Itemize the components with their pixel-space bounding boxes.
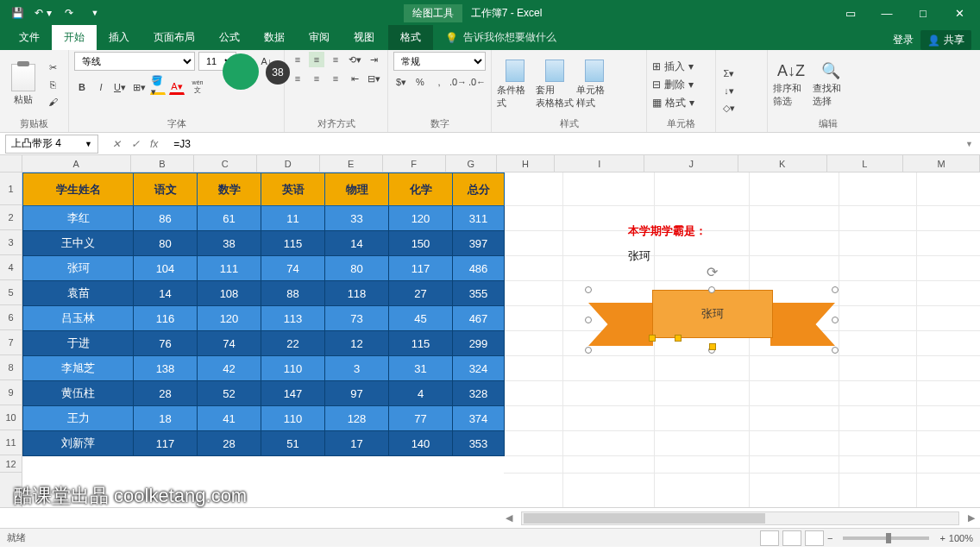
increase-decimal-icon[interactable]: .0→ — [450, 74, 466, 90]
tab-home[interactable]: 开始 — [52, 25, 97, 50]
save-icon[interactable]: 💾 — [7, 3, 28, 23]
formula-bar[interactable]: =J3 — [166, 136, 958, 152]
table-cell[interactable]: 3 — [325, 356, 389, 381]
column-header[interactable]: I — [555, 155, 645, 172]
merge-icon[interactable]: ⊟▾ — [366, 71, 381, 86]
table-cell[interactable]: 74 — [198, 331, 261, 356]
cell-styles-button[interactable]: 单元格样式 — [576, 52, 612, 117]
table-header[interactable]: 学生姓名 — [23, 173, 134, 206]
rotate-handle-icon[interactable]: ⟳ — [707, 264, 718, 280]
table-cell[interactable]: 73 — [325, 306, 389, 331]
ribbon-shape[interactable]: ⟳ 张珂 — [588, 290, 835, 350]
table-cell[interactable]: 28 — [198, 431, 261, 456]
table-cell[interactable]: 吕玉林 — [23, 306, 134, 331]
table-format-button[interactable]: 套用 表格格式 — [537, 52, 573, 117]
tab-formulas[interactable]: 公式 — [207, 25, 252, 50]
table-cell[interactable]: 397 — [453, 231, 505, 256]
table-cell[interactable]: 110 — [261, 406, 325, 431]
align-left-icon[interactable]: ≡ — [290, 71, 305, 86]
row-header[interactable]: 1 — [0, 172, 22, 205]
table-header[interactable]: 总分 — [453, 173, 505, 206]
column-header[interactable]: K — [738, 155, 827, 172]
column-header[interactable]: D — [257, 155, 320, 172]
qat-customize-icon[interactable]: ▼ — [85, 3, 105, 23]
table-cell[interactable]: 147 — [261, 381, 325, 406]
table-header[interactable]: 物理 — [325, 173, 389, 206]
table-cell[interactable]: 31 — [389, 356, 453, 381]
row-header[interactable]: 8 — [0, 355, 22, 380]
tell-me-box[interactable]: 💡 告诉我你想要做什么 — [433, 25, 884, 50]
align-center-icon[interactable]: ≡ — [309, 71, 324, 86]
table-cell[interactable]: 于进 — [23, 331, 134, 356]
hscroll-left-icon[interactable]: ◀ — [500, 512, 518, 524]
table-cell[interactable]: 311 — [453, 206, 505, 231]
table-cell[interactable]: 328 — [453, 381, 505, 406]
table-cell[interactable]: 38 — [198, 231, 261, 256]
format-cell-button[interactable]: ▦ 格式 ▾ — [652, 96, 694, 110]
table-header[interactable]: 英语 — [261, 173, 325, 206]
number-format-select[interactable]: 常规 — [393, 52, 486, 71]
table-cell[interactable]: 117 — [134, 431, 198, 456]
table-header[interactable]: 数学 — [198, 173, 261, 206]
column-header[interactable]: M — [903, 155, 980, 172]
minimize-icon[interactable]: — — [870, 1, 904, 25]
column-header[interactable]: J — [644, 155, 738, 172]
percent-icon[interactable]: % — [412, 74, 428, 90]
table-cell[interactable]: 27 — [389, 281, 453, 306]
tab-page-layout[interactable]: 页面布局 — [141, 25, 207, 50]
align-right-icon[interactable]: ≡ — [328, 71, 343, 86]
table-cell[interactable]: 74 — [261, 256, 325, 281]
table-cell[interactable]: 14 — [134, 281, 198, 306]
border-icon[interactable]: ⊞▾ — [131, 79, 147, 95]
row-header[interactable]: 9 — [0, 380, 22, 405]
table-cell[interactable]: 52 — [198, 381, 261, 406]
tab-file[interactable]: 文件 — [7, 25, 52, 50]
table-cell[interactable]: 110 — [261, 356, 325, 381]
table-cell[interactable]: 王中义 — [23, 231, 134, 256]
table-cell[interactable]: 41 — [198, 406, 261, 431]
shape-text[interactable]: 张珂 — [652, 290, 773, 338]
find-select-button[interactable]: 🔍查找和选择 — [813, 52, 849, 117]
table-header[interactable]: 语文 — [134, 173, 198, 206]
row-header[interactable]: 2 — [0, 205, 22, 230]
tab-view[interactable]: 视图 — [342, 25, 386, 50]
column-header[interactable]: A — [22, 155, 131, 172]
orientation-icon[interactable]: ⟲▾ — [347, 52, 362, 67]
maximize-icon[interactable]: □ — [906, 1, 940, 25]
table-cell[interactable]: 299 — [453, 331, 505, 356]
table-cell[interactable]: 353 — [453, 431, 505, 456]
table-cell[interactable]: 80 — [325, 256, 389, 281]
row-header[interactable]: 3 — [0, 230, 22, 255]
table-cell[interactable]: 45 — [389, 306, 453, 331]
tab-review[interactable]: 审阅 — [297, 25, 342, 50]
table-cell[interactable]: 李红 — [23, 206, 134, 231]
table-cell[interactable]: 51 — [261, 431, 325, 456]
row-header[interactable]: 10 — [0, 405, 22, 430]
column-header[interactable]: G — [446, 155, 497, 172]
table-cell[interactable]: 14 — [325, 231, 389, 256]
tab-format[interactable]: 格式 — [388, 25, 433, 50]
table-cell[interactable]: 28 — [134, 381, 198, 406]
table-cell[interactable]: 120 — [198, 306, 261, 331]
table-cell[interactable]: 86 — [134, 206, 198, 231]
fill-icon[interactable]: ↓▾ — [721, 84, 737, 99]
row-header[interactable]: 7 — [0, 330, 22, 355]
delete-cell-button[interactable]: ⊟ 删除 ▾ — [652, 78, 694, 92]
format-painter-icon[interactable]: 🖌 — [45, 94, 60, 110]
table-cell[interactable]: 467 — [453, 306, 505, 331]
table-cell[interactable]: 138 — [134, 356, 198, 381]
underline-icon[interactable]: U▾ — [112, 79, 128, 95]
column-header[interactable]: H — [497, 155, 555, 172]
table-cell[interactable]: 118 — [325, 281, 389, 306]
share-button[interactable]: 👤 共享 — [920, 30, 971, 50]
table-cell[interactable]: 33 — [325, 206, 389, 231]
zoom-level[interactable]: 100% — [949, 533, 973, 543]
table-cell[interactable]: 12 — [325, 331, 389, 356]
table-cell[interactable]: 77 — [389, 406, 453, 431]
wrap-text-icon[interactable]: ⇥ — [366, 52, 381, 67]
name-box[interactable]: 上凸带形 4▼ — [5, 135, 98, 154]
align-top-icon[interactable]: ≡ — [290, 52, 305, 67]
row-header[interactable]: 4 — [0, 255, 22, 280]
table-cell[interactable]: 150 — [389, 231, 453, 256]
row-header[interactable]: 6 — [0, 305, 22, 330]
